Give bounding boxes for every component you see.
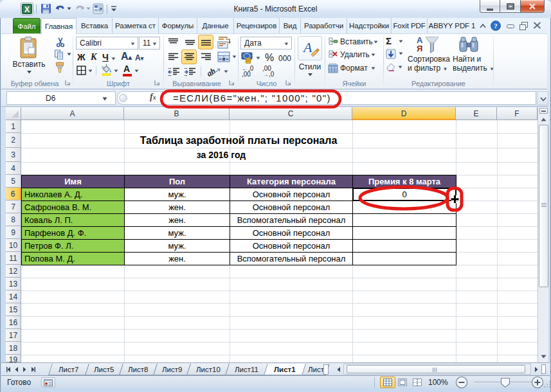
svg-text:?: ? <box>494 22 498 30</box>
svg-text:a: a <box>222 55 226 62</box>
svg-text:X: X <box>24 5 30 14</box>
